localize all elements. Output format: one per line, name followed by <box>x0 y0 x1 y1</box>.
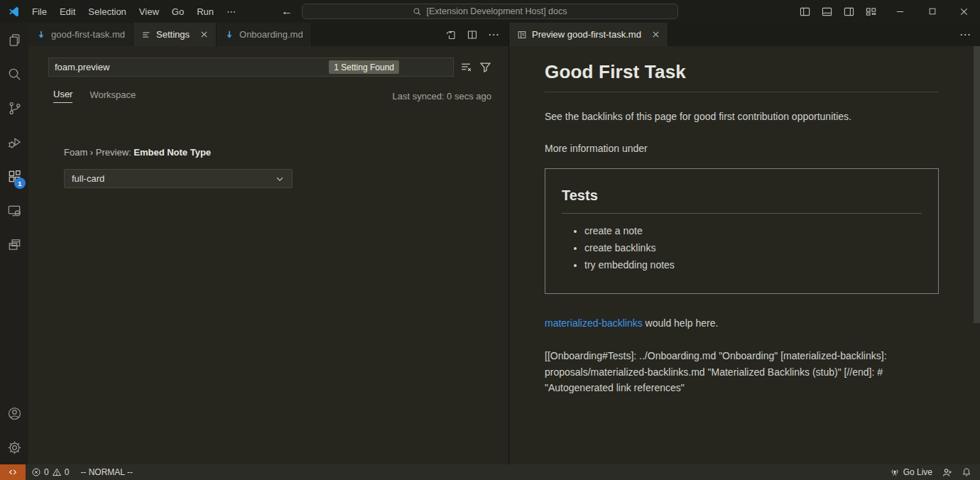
settings-editor-icon <box>141 30 151 40</box>
markdown-file-icon <box>224 30 234 40</box>
preview-heading: Good First Task <box>545 61 939 92</box>
settings-results-badge: 1 Setting Found <box>329 60 399 74</box>
split-editor-icon[interactable] <box>467 29 478 40</box>
search-view-icon[interactable] <box>0 57 28 91</box>
materialized-backlinks-link[interactable]: materialized-backlinks <box>545 317 643 329</box>
status-bar: 0 0 -- NORMAL -- Go Live <box>0 464 980 480</box>
markdown-preview-icon <box>517 30 527 40</box>
settings-search-row: 1 Setting Found <box>48 58 491 77</box>
tab-preview-good-first-task[interactable]: Preview good-first-task.md <box>509 23 668 46</box>
left-editor-actions: ⋯ <box>445 23 508 46</box>
window-title: [Extension Development Host] docs <box>426 6 567 16</box>
go-live-label: Go Live <box>903 467 932 477</box>
list-item: try embedding notes <box>584 259 922 271</box>
list-item: create backlinks <box>584 242 922 253</box>
menu-more[interactable]: ⋯ <box>220 6 242 17</box>
extensions-badge: 1 <box>14 178 26 189</box>
scope-tab-workspace[interactable]: Workspace <box>89 89 136 103</box>
back-arrow-icon[interactable]: ← <box>281 5 293 18</box>
link-tail-text: would help here. <box>643 317 719 329</box>
vscode-logo-icon <box>8 6 20 18</box>
maximize-button[interactable] <box>916 0 948 23</box>
error-count: 0 <box>44 467 49 477</box>
setting-item-embed-note-type: Foam › Preview: Embed Note Type full-car… <box>64 147 293 188</box>
menu-run[interactable]: Run <box>190 6 220 17</box>
markdown-preview: Good First Task See the backlinks of thi… <box>509 46 980 464</box>
embedded-note-card: Tests create a note create backlinks try… <box>545 168 939 294</box>
embed-list: create a note create backlinks try embed… <box>562 225 922 271</box>
settings-search-icons <box>460 61 491 73</box>
search-icon <box>413 7 422 16</box>
editor-group-right: Preview good-first-task.md ⋯ Good First … <box>508 23 980 464</box>
embed-heading: Tests <box>562 187 922 214</box>
remote-explorer-icon[interactable] <box>0 193 28 227</box>
statusbar-right: Go Live <box>890 467 980 478</box>
preview-paragraph: materialized-backlinks would help here. <box>545 316 939 331</box>
vscode-window: File Edit Selection View Go Run ⋯ ← → [E… <box>0 0 980 480</box>
menubar: File Edit Selection View Go Run ⋯ <box>26 6 242 17</box>
markdown-file-icon <box>36 30 46 40</box>
toggle-primary-sidebar-icon[interactable] <box>800 6 810 17</box>
menu-edit[interactable]: Edit <box>53 6 82 17</box>
error-icon <box>31 467 41 477</box>
scope-tab-user[interactable]: User <box>53 89 72 103</box>
menu-go[interactable]: Go <box>165 6 190 17</box>
more-actions-icon[interactable]: ⋯ <box>488 29 500 40</box>
extensions-icon[interactable]: 1 <box>0 159 28 193</box>
menu-file[interactable]: File <box>26 6 53 17</box>
command-center-search[interactable]: [Extension Development Host] docs <box>302 4 678 19</box>
editor-group-left: good-first-task.md Settings Onboarding.m… <box>28 23 508 464</box>
windows-panel-icon[interactable] <box>0 227 28 261</box>
customize-layout-icon[interactable] <box>866 6 876 17</box>
link-references-paragraph: [[Onboarding#Tests]: ../Onboarding.md "O… <box>545 348 939 396</box>
list-item: create a note <box>584 225 922 236</box>
tab-label: Onboarding.md <box>239 29 303 40</box>
right-editor-actions: ⋯ <box>959 23 980 46</box>
toggle-panel-icon[interactable] <box>822 6 832 17</box>
menu-selection[interactable]: Selection <box>82 6 132 17</box>
broadcast-icon <box>890 467 900 477</box>
window-controls <box>884 0 980 23</box>
tab-label: Settings <box>156 29 190 40</box>
close-tab-icon[interactable] <box>652 31 660 38</box>
titlebar: File Edit Selection View Go Run ⋯ ← → [E… <box>0 0 980 23</box>
tab-onboarding[interactable]: Onboarding.md <box>217 23 312 46</box>
left-tabbar: good-first-task.md Settings Onboarding.m… <box>28 23 508 46</box>
last-synced-label: Last synced: 0 secs ago <box>393 91 491 102</box>
settings-scope-row: User Workspace Last synced: 0 secs ago <box>53 87 491 104</box>
tab-label: good-first-task.md <box>51 29 125 40</box>
preview-paragraph: More information under <box>545 141 939 156</box>
run-debug-icon[interactable] <box>0 125 28 159</box>
tab-good-first-task[interactable]: good-first-task.md <box>28 23 134 46</box>
manage-gear-icon[interactable] <box>0 430 28 464</box>
embed-note-type-select[interactable]: full-card <box>64 169 293 188</box>
preview-scrollbar[interactable] <box>974 46 980 323</box>
warning-count: 0 <box>65 467 70 477</box>
explorer-icon[interactable] <box>0 23 28 57</box>
layout-controls <box>800 0 876 23</box>
notifications-bell-icon[interactable] <box>962 467 971 477</box>
setting-name-label: Embed Note Type <box>134 147 211 158</box>
chevron-down-icon <box>275 174 285 184</box>
problems-indicator[interactable]: 0 0 <box>26 467 75 477</box>
vim-mode-indicator[interactable]: -- NORMAL -- <box>75 467 138 477</box>
warning-icon <box>52 467 62 477</box>
clear-filters-icon[interactable] <box>460 61 472 73</box>
more-actions-icon[interactable]: ⋯ <box>959 29 971 40</box>
setting-title: Foam › Preview: Embed Note Type <box>64 147 293 158</box>
preview-paragraph: See the backlinks of this page for good … <box>545 109 939 124</box>
source-control-icon[interactable] <box>0 91 28 125</box>
live-share-icon[interactable] <box>942 467 952 478</box>
close-window-button[interactable] <box>948 0 980 23</box>
filter-funnel-icon[interactable] <box>479 61 491 73</box>
open-settings-json-icon[interactable] <box>445 29 457 40</box>
remote-indicator[interactable] <box>0 464 26 480</box>
minimize-button[interactable] <box>884 0 916 23</box>
menu-view[interactable]: View <box>133 6 165 17</box>
tab-label: Preview good-first-task.md <box>532 29 641 40</box>
toggle-secondary-sidebar-icon[interactable] <box>844 6 854 17</box>
tab-settings[interactable]: Settings <box>134 23 217 46</box>
close-tab-icon[interactable] <box>200 31 208 38</box>
go-live-button[interactable]: Go Live <box>890 467 932 477</box>
account-icon[interactable] <box>0 396 28 430</box>
